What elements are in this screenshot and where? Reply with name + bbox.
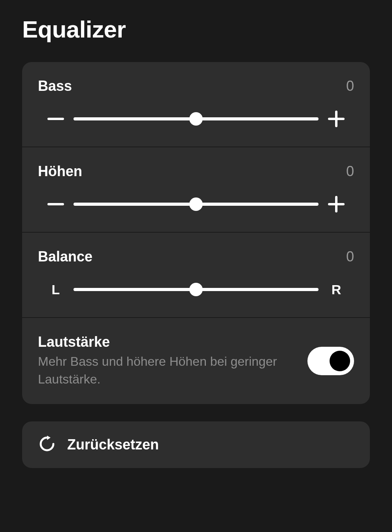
treble-slider[interactable]	[74, 196, 318, 212]
reset-button[interactable]: Zurücksetzen	[22, 421, 370, 468]
loudness-subtitle: Mehr Bass und höhere Höhen bei geringer …	[38, 353, 298, 388]
minus-icon	[47, 110, 65, 128]
slider-thumb[interactable]	[189, 283, 203, 296]
svg-rect-3	[47, 203, 64, 205]
bass-decrease-button[interactable]	[38, 110, 74, 128]
treble-decrease-button[interactable]	[38, 195, 74, 213]
reset-label: Zurücksetzen	[67, 436, 159, 453]
balance-value: 0	[346, 248, 354, 265]
plus-icon	[327, 110, 345, 128]
bass-label: Bass	[38, 78, 72, 94]
svg-rect-2	[335, 111, 337, 127]
loudness-title: Lautstärke	[38, 334, 298, 350]
page-title: Equalizer	[22, 16, 370, 43]
equalizer-card: Bass 0	[22, 62, 370, 404]
treble-label: Höhen	[38, 163, 82, 180]
slider-thumb[interactable]	[189, 112, 203, 126]
treble-section: Höhen 0	[22, 147, 370, 233]
loudness-section: Lautstärke Mehr Bass und höhere Höhen be…	[22, 318, 370, 404]
balance-right-label: R	[318, 282, 354, 297]
treble-increase-button[interactable]	[318, 195, 354, 213]
treble-value: 0	[346, 163, 354, 180]
balance-slider[interactable]	[74, 282, 318, 297]
bass-increase-button[interactable]	[318, 110, 354, 128]
plus-icon	[327, 195, 345, 213]
balance-section: Balance 0 L R	[22, 233, 370, 318]
balance-label: Balance	[38, 248, 92, 265]
bass-slider[interactable]	[74, 111, 318, 127]
svg-rect-0	[47, 118, 64, 120]
bass-value: 0	[346, 78, 354, 94]
slider-thumb[interactable]	[189, 197, 203, 211]
bass-section: Bass 0	[22, 62, 370, 147]
toggle-knob	[330, 351, 350, 371]
minus-icon	[47, 195, 65, 213]
svg-rect-5	[335, 196, 337, 212]
reset-icon	[38, 435, 56, 455]
loudness-toggle[interactable]	[307, 347, 354, 375]
balance-left-label: L	[38, 282, 74, 297]
